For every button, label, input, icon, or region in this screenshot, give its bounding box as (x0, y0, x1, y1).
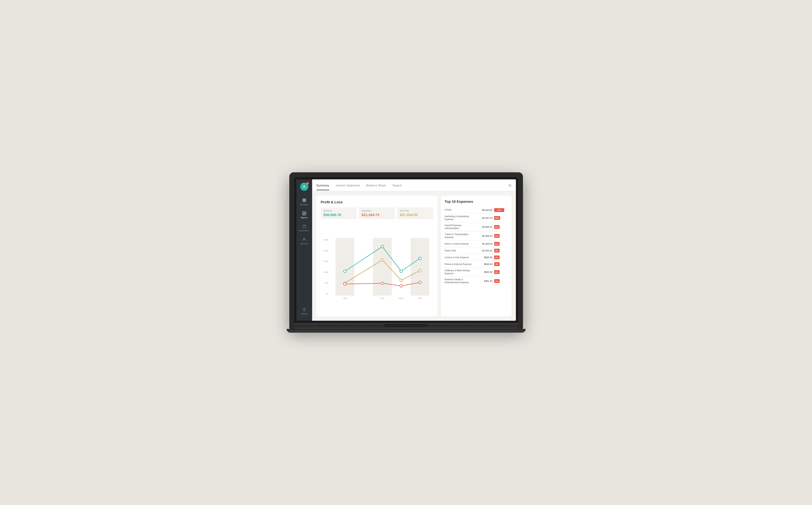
avatar[interactable]: A 1 (300, 183, 308, 191)
expenses-card: Expenses $21,264.73 (359, 207, 395, 219)
svg-point-5 (303, 238, 305, 239)
expense-bar: 8% (494, 249, 500, 252)
expense-pct: 11% (494, 243, 500, 245)
message-icon (302, 198, 307, 203)
expense-bar: 2% (494, 270, 500, 274)
expense-pct: 12% (494, 226, 500, 228)
expense-bar-wrap: 2% (494, 270, 508, 274)
expense-amount: $568.93 (480, 263, 493, 266)
svg-point-30 (399, 285, 402, 287)
sidebar-item-messages[interactable]: Messages (296, 195, 312, 208)
expense-name: Marketing & Advertising Expense (445, 215, 478, 221)
expense-amount: $680.95 (480, 256, 493, 259)
expense-amount: $2,400.00 (480, 242, 493, 245)
pnl-title: Profit & Loss (321, 200, 433, 204)
documents-label: Documents (299, 230, 309, 231)
tab-income-statement[interactable]: Income Statement (336, 180, 360, 190)
expense-amount: $1,824.23 (480, 249, 493, 252)
svg-point-22 (399, 270, 402, 273)
svg-rect-15 (411, 238, 429, 296)
accounts-icon (302, 237, 307, 242)
svg-text:$5k: $5k (325, 282, 328, 284)
expense-bar: 16% (494, 216, 500, 220)
svg-text:APR: APR (418, 297, 422, 300)
expense-bar-wrap: 27% (494, 208, 508, 212)
svg-point-28 (343, 283, 346, 285)
screen: A 1 Messages (296, 179, 516, 321)
svg-point-26 (399, 279, 402, 282)
expense-pct: 12% (494, 235, 500, 237)
chart-container: $25k $20k $15k $10k $5k $0 (321, 223, 433, 312)
sidebar-item-accounts[interactable]: Accounts (296, 234, 312, 247)
tab-summary[interactable]: Summary (316, 180, 329, 190)
svg-point-20 (343, 270, 346, 273)
expense-row: Marketing & Advertising Expense $3,497.2… (445, 214, 508, 222)
revenue-card: Revenue $58,698.78 (321, 207, 357, 219)
expense-name: Taxes Paid (445, 249, 478, 252)
documents-icon (302, 224, 307, 229)
expense-row: Taxes Paid $1,824.23 8% (445, 247, 508, 254)
messages-label: Messages (300, 204, 309, 205)
expense-row: COGS $5,843.85 27% (445, 207, 508, 214)
profit-loss-panel: Profit & Loss Revenue $58,698.78 Expense… (316, 196, 438, 316)
expense-pct: 3% (494, 264, 499, 265)
expense-row: Payroll Expense - Administration $2,689.… (445, 222, 508, 231)
summary-cards: Revenue $58,698.78 Expenses $21,264.73 N… (321, 207, 433, 219)
svg-point-25 (381, 259, 383, 261)
revenue-value: $58,698.78 (323, 213, 354, 217)
svg-point-27 (419, 269, 421, 272)
expense-bar-wrap: 1% (494, 279, 508, 283)
expense-pct: 1% (494, 280, 499, 282)
expenses-label: Expenses (361, 209, 392, 212)
sidebar-item-documents[interactable]: Documents (296, 221, 312, 234)
expense-name: Travel & Transportation Expense (445, 233, 478, 239)
sidebar-item-settings[interactable]: Settings (296, 304, 312, 317)
grid-icon[interactable]: ⊞ (508, 183, 512, 188)
expense-row: Software & Web Hosting Expense $500.00 2… (445, 268, 508, 277)
svg-point-21 (381, 245, 383, 248)
expense-pct: 16% (494, 217, 500, 219)
svg-point-23 (419, 257, 421, 260)
svg-point-6 (303, 309, 305, 310)
svg-text:$25k: $25k (323, 238, 328, 241)
settings-label: Settings (301, 313, 307, 315)
expense-name: Payroll Expense - Administration (445, 224, 478, 230)
expense-amount: $5,843.85 (480, 209, 493, 211)
expense-row: Travel & Transportation Expense $2,609.8… (445, 231, 508, 240)
expense-bar-wrap: 12% (494, 225, 508, 229)
expense-row: Business Meals & Entertainment Expense $… (445, 277, 508, 285)
net-profit-card: Net Profit $37,434.05 (397, 207, 433, 219)
content-area: Profit & Loss Revenue $58,698.78 Expense… (312, 191, 516, 321)
laptop-frame: A 1 Messages (289, 172, 523, 333)
expenses-title: Top 10 Expenses (445, 199, 508, 204)
expense-bar: 11% (494, 242, 500, 246)
expense-amount: $3,497.25 (480, 217, 493, 219)
expense-row: Rent or Lease Expense $2,400.00 11% (445, 240, 508, 247)
svg-text:$0: $0 (326, 293, 328, 295)
expense-bar: 27% (494, 208, 505, 212)
expense-name: COGS (445, 208, 478, 211)
expense-bar-wrap: 8% (494, 249, 508, 252)
svg-text:$20k: $20k (323, 249, 328, 252)
sidebar-item-reports[interactable]: Reports (296, 208, 312, 221)
expense-bar-wrap: 3% (494, 256, 508, 259)
top-bar-right: ⊞ (508, 183, 512, 188)
expenses-panel: Top 10 Expenses COGS $5,843.85 27% Marke… (441, 196, 512, 316)
expense-bar-wrap: 3% (494, 262, 508, 266)
tab-search[interactable]: Search (392, 180, 402, 190)
expense-name: Business Meals & Entertainment Expense (445, 278, 478, 284)
svg-point-29 (381, 282, 383, 285)
expense-pct: 3% (494, 257, 499, 259)
net-profit-value: $37,434.05 (400, 213, 431, 217)
net-profit-label: Net Profit (400, 209, 431, 212)
expense-bar: 3% (494, 262, 500, 266)
reports-label: Reports (301, 217, 307, 218)
expense-bar: 1% (494, 279, 500, 283)
expense-bar: 12% (494, 234, 500, 238)
tab-balance-sheet[interactable]: Balance Sheet (366, 180, 386, 190)
expense-bar-wrap: 16% (494, 216, 508, 220)
expense-amount: $500.00 (480, 271, 493, 274)
svg-text:$15k: $15k (323, 260, 328, 263)
svg-text:$10k: $10k (323, 271, 328, 274)
expense-bar-wrap: 12% (494, 234, 508, 238)
